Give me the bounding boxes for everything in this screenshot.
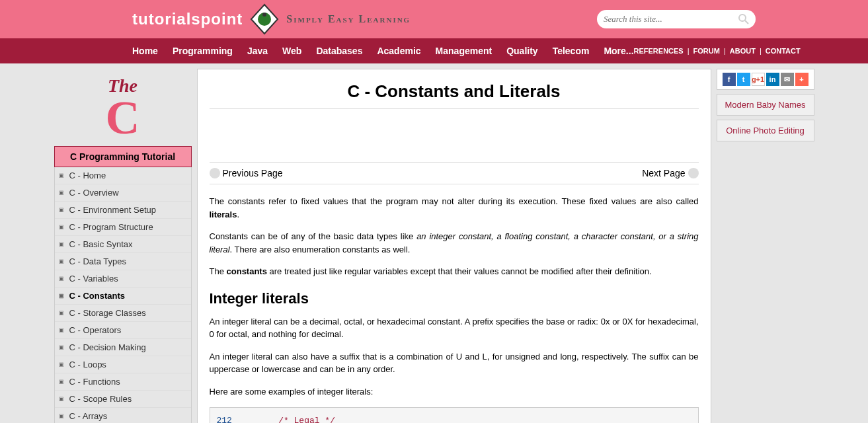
- twitter-icon[interactable]: t: [737, 73, 750, 86]
- promo-box: Online Photo Editing: [717, 120, 814, 141]
- paragraph: Here are some examples of integer litera…: [210, 385, 699, 399]
- tagline: Simply Easy Learning: [286, 13, 411, 25]
- search-icon[interactable]: [738, 14, 749, 24]
- svg-point-2: [262, 13, 266, 17]
- sidebar-item[interactable]: C - Scope Rules: [55, 391, 191, 408]
- sidebar-list: C - HomeC - OverviewC - Environment Setu…: [54, 167, 192, 423]
- paragraph: Constants can be of any of the basic dat…: [210, 230, 699, 256]
- nav-right: REFERENCES|FORUM|ABOUT|CONTACT: [634, 47, 801, 55]
- nav-item[interactable]: Databases: [316, 46, 362, 56]
- paragraph: An integer literal can be a decimal, oct…: [210, 315, 699, 341]
- nav-item[interactable]: Java: [247, 46, 268, 56]
- nav-item[interactable]: Web: [282, 46, 301, 56]
- svg-point-3: [739, 15, 746, 21]
- nav-main: HomeProgrammingJavaWebDatabasesAcademicM…: [132, 46, 634, 56]
- main-content: C - Constants and Literals Previous Page…: [197, 69, 711, 423]
- pager: Previous Page Next Page: [210, 162, 699, 184]
- nav-right-item[interactable]: CONTACT: [766, 47, 801, 55]
- next-label: Next Page: [642, 168, 685, 178]
- nav-item[interactable]: Academic: [377, 46, 420, 56]
- right-column: f t g+1 in ✉ + Modern Baby NamesOnline P…: [717, 69, 814, 423]
- sidebar-item[interactable]: C - Loops: [55, 356, 191, 373]
- addthis-icon[interactable]: +: [795, 73, 809, 86]
- section-heading: Integer literals: [210, 290, 699, 307]
- top-bar: tutorialspoint Simply Easy Learning: [0, 0, 868, 38]
- search-box[interactable]: [597, 10, 756, 28]
- next-page-link[interactable]: Next Page: [642, 168, 698, 178]
- sidebar-item[interactable]: C - Functions: [55, 373, 191, 391]
- sidebar-item[interactable]: C - Home: [55, 167, 191, 184]
- logo-area: tutorialspoint Simply Easy Learning: [132, 3, 411, 36]
- nav-bar: HomeProgrammingJavaWebDatabasesAcademicM…: [0, 38, 868, 63]
- prev-label: Previous Page: [223, 168, 283, 178]
- promo-link[interactable]: Modern Baby Names: [725, 100, 805, 110]
- logo-icon: [248, 3, 281, 36]
- nav-right-item[interactable]: ABOUT: [730, 47, 756, 55]
- paragraph: The constants refer to fixed values that…: [210, 195, 699, 221]
- promo-link[interactable]: Online Photo Editing: [726, 126, 805, 135]
- svg-line-4: [745, 20, 748, 24]
- prev-icon: [210, 168, 220, 178]
- prev-page-link[interactable]: Previous Page: [210, 168, 283, 178]
- sidebar-item[interactable]: C - Basic Syntax: [55, 236, 191, 253]
- sidebar-item[interactable]: C - Environment Setup: [55, 202, 191, 219]
- nav-item[interactable]: Home: [132, 46, 158, 56]
- nav-item[interactable]: Quality: [506, 46, 537, 56]
- nav-item[interactable]: Telecom: [553, 46, 590, 56]
- sidebar-item[interactable]: C - Overview: [55, 184, 191, 202]
- nav-right-item[interactable]: REFERENCES: [634, 47, 684, 55]
- sidebar-header: C Programming Tutorial: [54, 146, 192, 167]
- nav-right-item[interactable]: FORUM: [693, 47, 720, 55]
- paragraph: An integer literal can also have a suffi…: [210, 350, 699, 376]
- sidebar-item[interactable]: C - Decision Making: [55, 339, 191, 356]
- email-icon[interactable]: ✉: [781, 73, 794, 86]
- nav-item[interactable]: Management: [436, 46, 493, 56]
- linkedin-icon[interactable]: in: [766, 73, 779, 86]
- sidebar-item[interactable]: C - Program Structure: [55, 219, 191, 236]
- promo-box: Modern Baby Names: [717, 94, 814, 116]
- sidebar-item[interactable]: C - Arrays: [55, 408, 191, 423]
- sidebar: The C C Programming Tutorial C - HomeC -…: [54, 69, 192, 423]
- next-icon: [688, 168, 699, 178]
- content-body: The constants refer to fixed values that…: [210, 195, 699, 423]
- facebook-icon[interactable]: f: [723, 73, 736, 86]
- sidebar-item[interactable]: C - Data Types: [55, 253, 191, 270]
- nav-item[interactable]: Programming: [173, 46, 233, 56]
- c-logo: The C: [54, 69, 192, 146]
- logo-text[interactable]: tutorialspoint: [132, 10, 243, 28]
- sidebar-item[interactable]: C - Constants: [55, 288, 191, 305]
- search-input[interactable]: [604, 14, 738, 24]
- page-title: C - Constants and Literals: [210, 77, 699, 109]
- share-box: f t g+1 in ✉ +: [717, 69, 814, 90]
- paragraph: The constants are treated just like regu…: [210, 265, 699, 278]
- sidebar-item[interactable]: C - Variables: [55, 270, 191, 288]
- sidebar-item[interactable]: C - Storage Classes: [55, 305, 191, 322]
- logo-c: C: [54, 96, 192, 139]
- ad-space: [210, 109, 699, 162]
- sidebar-item[interactable]: C - Operators: [55, 322, 191, 339]
- nav-item[interactable]: More...: [604, 46, 633, 56]
- code-block: 212 /* Legal */ 215u /* Legal */ 0xFeeL …: [210, 407, 699, 423]
- gplus-icon[interactable]: g+1: [752, 73, 765, 86]
